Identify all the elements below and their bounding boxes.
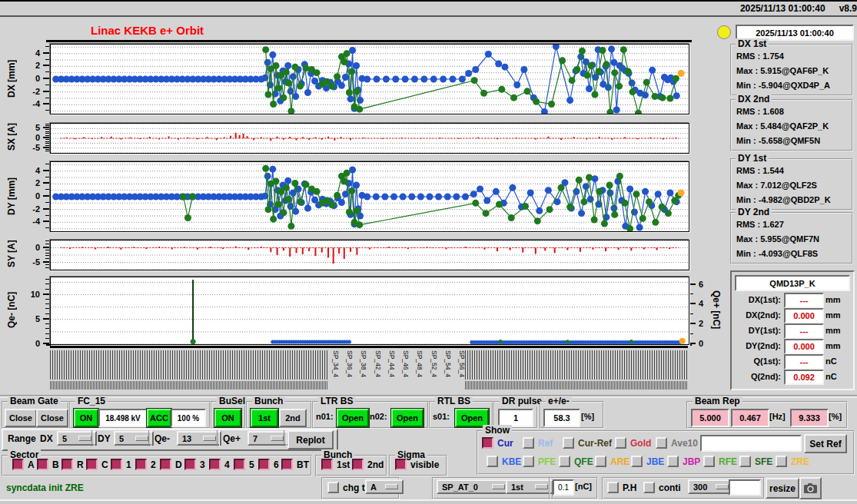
n300-dropdown[interactable]: 300 [688, 479, 734, 494]
th-a-dropdown[interactable]: A [365, 479, 404, 494]
bunch-1st-button[interactable]: 1st [251, 409, 278, 427]
y-major-tick [43, 147, 49, 148]
ltr-n01-open-button[interactable]: Open [337, 409, 369, 427]
show-checkbox-cur-ref[interactable]: Cur-Ref [563, 437, 612, 449]
show-checkbox-qfe[interactable]: QFE [559, 456, 593, 467]
conti-checkbox[interactable]: conti [643, 482, 681, 493]
show-checkbox-ref[interactable]: Ref [523, 437, 553, 449]
bpm-name-axis: SP_34_4SP_36_4SP_38_4SP_42_4SP_44_4SP_46… [50, 346, 688, 393]
bpm-labels-dense-left2 [50, 381, 327, 390]
set-ref-button[interactable]: Set Ref [804, 434, 847, 453]
beam-gate-close1-button[interactable]: Close [5, 409, 37, 427]
show-checkbox-pfe[interactable]: PFE [523, 456, 556, 467]
monitor-row-unit: nC [825, 372, 837, 381]
stats-line: Min : -4.093@QLF8S [736, 249, 818, 258]
stats-box-dy-2nd: DY 2ndRMS : 1.627Max : 5.955@QMF7NMin : … [730, 212, 853, 264]
stats-line: RMS : 1.608 [736, 107, 784, 116]
y-tick-label: 0 [699, 340, 722, 347]
bunch-1st-dropdown[interactable]: 1st [506, 479, 553, 494]
bunch-select-checkbox-1st[interactable]: 1st [321, 459, 350, 470]
y-minor-tick [45, 250, 49, 250]
sector-checkbox-a[interactable]: A [12, 459, 35, 470]
stats-line: RMS : 1.544 [736, 166, 784, 175]
checkbox-box-icon [209, 459, 221, 470]
show-checkbox-zre[interactable]: ZRE [776, 456, 809, 467]
sector-checkbox-4[interactable]: 4 [209, 459, 230, 470]
show-checkbox-ave10[interactable]: Ave10 [656, 437, 698, 449]
sector-checkbox-c[interactable]: C [86, 459, 108, 470]
range-qminus-dropdown[interactable]: 13 [177, 431, 221, 446]
bpm-label: SP_46_4 [402, 350, 410, 377]
show-checkbox-jbp[interactable]: JBP [667, 456, 700, 467]
sector-checkbox-b[interactable]: B [37, 459, 59, 470]
y-minor-tick [45, 133, 49, 134]
stats-line-value: -5.658@QMF5N [759, 136, 820, 145]
sector-checkbox-3[interactable]: 3 [184, 459, 205, 470]
y-minor-tick [45, 289, 49, 290]
bpm-label: SP_42_4 [374, 350, 382, 377]
fc15-on-button[interactable]: ON [74, 409, 98, 427]
show-checkbox-rfe[interactable]: RFE [703, 456, 737, 467]
ref-name-input[interactable] [700, 435, 802, 452]
y-minor-tick [45, 131, 49, 132]
sp-at-dropdown[interactable]: SP_AT_0 [437, 479, 510, 494]
sector-checkbox-1[interactable]: 1 [111, 459, 131, 470]
beam-rep-value1: 5.000 [691, 409, 729, 427]
ph-checkbox[interactable]: P.H [607, 482, 636, 493]
sector-checkbox-r[interactable]: R [61, 459, 84, 470]
y-minor-tick [45, 177, 49, 177]
fc15-acc-button[interactable]: ACC [147, 409, 171, 427]
sector-checkbox-6[interactable]: 6 [258, 459, 279, 470]
y-major-tick [689, 284, 696, 285]
bpm-label: SP_34_4 [332, 350, 340, 377]
y-minor-tick [45, 149, 49, 150]
sector-checkbox-2[interactable]: 2 [135, 459, 156, 470]
stats-line-value: 1.544 [762, 166, 784, 175]
monitor-row-label: Q(2nd): [733, 372, 781, 381]
bpm-label: SP_38_4 [360, 350, 367, 377]
y-minor-tick [45, 129, 49, 130]
busel-on-button[interactable]: ON [214, 409, 241, 427]
show-checkbox-sfe[interactable]: SFE [739, 456, 772, 467]
dropdown-bar-icon [385, 484, 398, 489]
sector-checkbox-bt[interactable]: BT [281, 459, 309, 470]
checkbox-box-icon [776, 456, 787, 467]
camera-button[interactable] [799, 477, 822, 499]
sigma-checkbox-visible[interactable]: visible [395, 459, 439, 470]
beam-gate-close2-button[interactable]: Close [36, 409, 68, 427]
stats-box-title: DY 2nd [736, 207, 772, 217]
bpm-label: SP_44_4 [388, 350, 396, 377]
y-tick-label: 4 [17, 49, 40, 57]
y-tick-label: 0 [17, 192, 40, 200]
range-qplus-dropdown[interactable]: 7 [247, 431, 289, 446]
chg-th-checkbox[interactable]: chg th [327, 482, 370, 493]
stats-line-value: 1.627 [762, 220, 784, 229]
stats-box-dy-1st: DY 1stRMS : 1.544Max : 7.012@QLF2SMin : … [730, 158, 853, 211]
extra-input[interactable] [729, 479, 761, 496]
show-checkbox-are[interactable]: ARE [595, 456, 629, 467]
show-checkbox-cur[interactable]: Cur [482, 437, 513, 449]
replot-button[interactable]: Replot [287, 430, 334, 449]
sector-checkbox-d[interactable]: D [160, 459, 182, 470]
show-label: Ref [538, 438, 553, 449]
y-minor-tick [45, 189, 49, 190]
show-checkbox-gold[interactable]: Gold [615, 437, 651, 449]
bunch-2nd-button[interactable]: 2nd [279, 409, 307, 427]
q-threshold-input[interactable]: 0.1 [553, 479, 574, 496]
range-qm-value: 13 [182, 434, 191, 443]
th-a-value: A [370, 482, 377, 492]
range-dy-label: DY [98, 433, 111, 444]
resize-button[interactable]: resize [766, 478, 799, 499]
y-minor-tick [45, 333, 49, 334]
ltr-n02-open-button[interactable]: Open [391, 409, 424, 427]
sector-checkbox-5[interactable]: 5 [234, 459, 254, 470]
show-checkbox-jbe[interactable]: JBE [631, 456, 664, 467]
stats-line-label: RMS : [736, 166, 760, 175]
show-label: PFE [538, 456, 556, 467]
show-checkbox-kbe[interactable]: KBE [487, 456, 521, 467]
bunch-select-checkbox-2nd[interactable]: 2nd [352, 459, 384, 470]
stats-box-title: DY 1st [736, 153, 769, 164]
ltr-n02-label: n02: [370, 412, 387, 421]
dy-yaxis: 420-2-4 [15, 161, 49, 230]
y-minor-tick [45, 328, 49, 329]
